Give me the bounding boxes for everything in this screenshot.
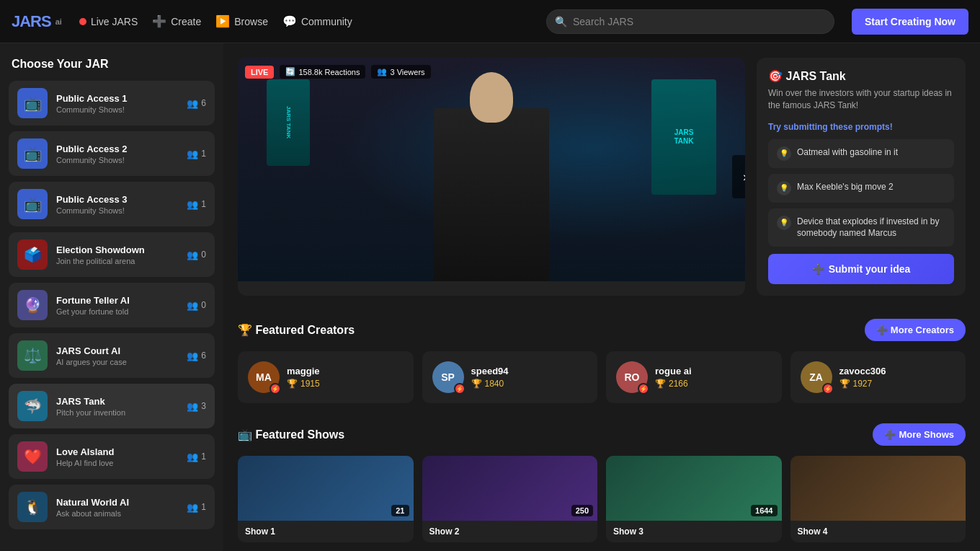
nav-community[interactable]: 💬 Community <box>282 14 352 28</box>
prompt-item-0[interactable]: 💡 Oatmeal with gasoline in it <box>768 139 954 168</box>
show-card-0[interactable]: 21 Show 1 <box>238 456 414 542</box>
search-icon: 🔍 <box>555 16 567 27</box>
sidebar-item-desc: Community Shows! <box>56 105 178 114</box>
creator-info: zavocc306 🏆 1927 <box>839 366 956 389</box>
plus-icon: ➕ <box>812 263 824 275</box>
start-creating-button[interactable]: Start Creating Now <box>852 9 968 35</box>
nav-live[interactable]: Live JARS <box>79 16 138 27</box>
score-value: 1915 <box>300 379 320 389</box>
sidebar-item-natural-world-ai[interactable]: 🐧 Natural World AI Ask about animals 👥 1 <box>9 485 215 529</box>
show-thumbnail: 250 <box>422 456 598 521</box>
submit-idea-button[interactable]: ➕ Submit your idea <box>768 254 954 284</box>
more-creators-label: More Creators <box>891 325 954 335</box>
sidebar-thumb: 🐧 <box>17 492 48 522</box>
viewers-icon: 👥 <box>377 67 387 76</box>
show-card-2[interactable]: 1644 Show 3 <box>606 456 782 542</box>
sidebar-item-jars-court-ai[interactable]: ⚖️ JARS Court AI AI argues your case 👥 6 <box>9 333 215 378</box>
creator-score: 🏆 1927 <box>839 379 956 389</box>
featured-shows-section: 📺 Featured Shows ➕ More Shows 21 Show 1 … <box>238 423 966 542</box>
creator-name: rogue ai <box>655 366 772 376</box>
show-thumbnail: 1644 <box>606 456 782 521</box>
creator-card-speed94[interactable]: SP ⚡ speed94 🏆 1840 <box>422 351 598 403</box>
show-card-3[interactable]: Show 4 <box>790 456 966 542</box>
video-banner-right: JARSTANK <box>651 79 716 195</box>
viewers-icon: 👥 <box>187 401 198 412</box>
sidebar-item-name: JARS Tank <box>56 396 178 407</box>
score-icon: 🏆 <box>655 379 666 389</box>
sidebar-item-public-access-2[interactable]: 📺 Public Access 2 Community Shows! 👥 1 <box>9 131 215 176</box>
logo-text: JARS <box>12 12 51 31</box>
nav-browse[interactable]: ▶️ Browse <box>215 14 268 28</box>
show-count: 21 <box>391 505 409 516</box>
creator-card-maggie[interactable]: MA ⚡ maggie 🏆 1915 <box>238 351 414 403</box>
sidebar-viewers: 👥 1 <box>187 502 206 513</box>
sidebar-item-love-aisland[interactable]: ❤️ Love AIsland Help AI find love 👥 1 <box>9 434 215 479</box>
sidebar-info: Fortune Teller AI Get your fortune told <box>56 295 178 316</box>
sidebar-item-desc: AI argues your case <box>56 358 178 366</box>
sidebar-emoji: 🐧 <box>24 498 42 516</box>
shows-header: 📺 Featured Shows ➕ More Shows <box>238 423 966 446</box>
more-shows-button[interactable]: ➕ More Shows <box>873 423 966 446</box>
creator-info: maggie 🏆 1915 <box>287 366 404 389</box>
reactions-icon: 🔄 <box>285 67 295 76</box>
sidebar-info: Natural World AI Ask about animals <box>56 497 178 518</box>
viewers-count: 6 <box>201 98 206 108</box>
prompts-list: 💡 Oatmeal with gasoline in it 💡 Max Keeb… <box>768 139 954 247</box>
viewers-icon: 👥 <box>187 98 198 109</box>
prompt-text: Oatmeal with gasoline in it <box>797 146 898 159</box>
live-badge: LIVE <box>245 66 274 79</box>
sidebar-item-public-access-1[interactable]: 📺 Public Access 1 Community Shows! 👥 6 <box>9 81 215 125</box>
sidebar-item-jars-tank[interactable]: 🦈 JARS Tank Pitch your invention 👥 3 <box>9 384 215 428</box>
prompt-item-2[interactable]: 💡 Device that explodes if invested in by… <box>768 208 954 247</box>
show-name: Show 1 <box>245 526 406 537</box>
prompt-item-1[interactable]: 💡 Max Keeble's big move 2 <box>768 174 954 203</box>
sidebar-thumb: 🗳️ <box>17 239 48 270</box>
score-value: 1840 <box>485 379 504 389</box>
show-card-1[interactable]: 250 Show 2 <box>422 456 598 542</box>
score-value: 1927 <box>853 379 873 389</box>
prompt-dot: 💡 <box>777 216 791 230</box>
sidebar-viewers: 👥 3 <box>187 401 206 412</box>
sidebar-thumb: ❤️ <box>17 441 48 472</box>
sidebar-item-public-access-3[interactable]: 📺 Public Access 3 Community Shows! 👥 1 <box>9 182 215 226</box>
nav-create-label: Create <box>171 16 201 27</box>
sidebar-item-name: Natural World AI <box>56 497 178 508</box>
viewers-count: 1 <box>201 149 206 159</box>
creator-card-rogue-ai[interactable]: RO ⚡ rogue ai 🏆 2166 <box>606 351 782 403</box>
logo[interactable]: JARS ai <box>12 12 62 31</box>
show-info: Show 4 <box>790 521 966 542</box>
reactions-count: 158.8k Reactions <box>298 68 360 76</box>
sidebar: Choose Your JAR 📺 Public Access 1 Commun… <box>0 43 223 551</box>
creators-grid: MA ⚡ maggie 🏆 1915 SP ⚡ speed94 🏆 1840 <box>238 351 966 403</box>
nav-community-label: Community <box>301 16 352 27</box>
navbar: JARS ai Live JARS ➕ Create ▶️ Browse 💬 C… <box>0 0 980 43</box>
sidebar-item-desc: Join the political arena <box>56 257 178 265</box>
creator-name: zavocc306 <box>839 366 956 376</box>
nav-create[interactable]: ➕ Create <box>152 14 201 28</box>
viewers-icon: 👥 <box>187 351 198 361</box>
sidebar-item-election-showdown[interactable]: 🗳️ Election Showdown Join the political … <box>9 232 215 277</box>
show-thumbnail <box>790 456 966 521</box>
sidebar-item-name: Public Access 3 <box>56 194 178 205</box>
sidebar-thumb: 📺 <box>17 138 48 169</box>
community-icon: 💬 <box>282 14 297 28</box>
video-next-button[interactable]: › <box>732 155 745 198</box>
side-panel: 🎯 JARS Tank Win over the investors with … <box>757 58 966 296</box>
creator-name: maggie <box>287 366 404 376</box>
show-info: Show 2 <box>422 521 598 542</box>
sidebar-item-fortune-teller-ai[interactable]: 🔮 Fortune Teller AI Get your fortune tol… <box>9 283 215 327</box>
more-creators-button[interactable]: ➕ More Creators <box>865 319 966 341</box>
video-overlay: LIVE 🔄 158.8k Reactions 👥 3 Viewers <box>245 65 431 79</box>
sidebar-info: JARS Court AI AI argues your case <box>56 345 178 366</box>
search-input[interactable] <box>546 9 834 34</box>
show-count: 250 <box>571 505 593 516</box>
logo-ai: ai <box>55 17 62 26</box>
sidebar-viewers: 👥 1 <box>187 199 206 210</box>
sidebar-item-desc: Ask about animals <box>56 509 178 518</box>
sidebar-item-name: Love AIsland <box>56 446 178 457</box>
avatar-initials: MA <box>256 371 272 383</box>
sidebar-thumb: 📺 <box>17 88 48 118</box>
creator-card-zavocc306[interactable]: ZA ⚡ zavocc306 🏆 1927 <box>790 351 966 403</box>
live-dot-icon <box>79 18 86 25</box>
more-shows-label: More Shows <box>899 429 954 440</box>
